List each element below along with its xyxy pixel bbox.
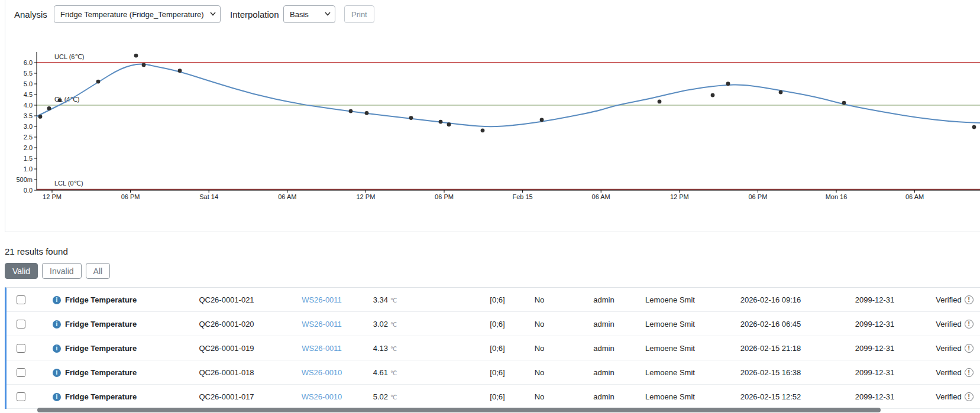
row-checkbox[interactable] [17,344,25,353]
x-tick-label: 06 AM [592,193,610,200]
chart-point [779,90,783,95]
unit-label: ℃ [390,321,397,328]
out-of-range-cell: No [510,360,569,385]
status-cell: Verified! [925,360,980,385]
worksheet-link-cell: WS26-0010 [280,360,363,385]
analysis-name: Fridge Temperature [65,336,137,360]
chart-point [972,125,976,129]
y-tick-label: 500m [16,176,33,183]
worksheet-link[interactable]: WS26-0011 [302,295,342,304]
y-tick-label: 2.5 [24,134,33,141]
control-chart: UCL (6℃)CL (4℃)LCL (0℃)6.05.55.04.54.03.… [0,0,980,213]
x-tick-label: 12 PM [43,193,62,200]
captured-by-cell: admin [574,360,633,385]
analyst-cell: Lemoene Smit [629,312,711,336]
expiry-date-cell: 2099-12-31 [833,288,916,312]
chart-point [726,82,730,86]
row-checkbox[interactable] [17,320,25,329]
verified-user-icon[interactable]: ! [965,368,973,377]
info-icon[interactable]: i [53,296,61,304]
qc-id-cell: QC26-0001-020 [185,312,268,336]
y-tick-label: 1.5 [24,155,33,162]
x-tick-label: 12 PM [670,193,689,200]
info-icon[interactable]: i [53,369,61,377]
chart-point [142,63,146,67]
chart-point [658,99,662,103]
status-label: Verified [936,288,961,312]
captured-by-cell: admin [574,312,633,336]
chart-point [711,93,715,97]
status-cell: Verified! [925,288,980,312]
y-tick-label: 4.5 [24,91,33,98]
result-value: 4.13 [373,344,388,353]
status-label: Verified [936,336,961,360]
filter-invalid-button[interactable]: Invalid [42,263,81,279]
row-checkbox[interactable] [17,392,25,401]
out-of-range-cell: No [510,385,569,409]
info-icon[interactable]: i [53,320,61,329]
chart-point [365,111,369,115]
worksheet-link[interactable]: WS26-0011 [302,344,342,353]
verified-user-icon[interactable]: ! [965,392,973,401]
qc-id-cell: QC26-0001-018 [185,360,268,385]
result-date-cell: 2026-02-15 16:38 [723,360,818,385]
x-tick-label: Feb 15 [512,193,532,200]
qc-results-page: Analysis Fridge Temperature (Fridge_Temp… [0,0,980,413]
y-tick-label: 0.0 [24,187,33,194]
status-cell: Verified! [925,336,980,360]
worksheet-link[interactable]: WS26-0010 [302,392,342,401]
qc-id-cell: QC26-0001-019 [185,336,268,360]
x-tick-label: 06 AM [278,193,296,200]
row-checkbox[interactable] [17,295,25,304]
x-tick-label: 12 PM [357,193,376,200]
filter-valid-button[interactable]: Valid [5,263,38,279]
out-of-range-cell: No [510,288,569,312]
qc-id-cell: QC26-0001-017 [185,385,268,409]
ucl-label: UCL (6℃) [54,53,84,60]
horizontal-scrollbar-thumb[interactable] [37,408,881,412]
analysis-name: Fridge Temperature [65,360,137,385]
analyst-cell: Lemoene Smit [629,288,711,312]
x-tick-label: 06 PM [749,193,768,200]
unit-label: ℃ [390,370,397,376]
y-tick-label: 3.5 [24,112,33,119]
result-date-cell: 2026-02-16 09:16 [723,288,818,312]
result-value-cell: 4.13℃ [352,336,418,360]
table-row: iFridge TemperatureQC26-0001-021WS26-001… [7,288,980,312]
out-of-range-cell: No [510,336,569,360]
y-tick-label: 2.0 [24,144,33,151]
results-count: 21 results found [5,246,68,256]
worksheet-link-cell: WS26-0011 [280,288,363,312]
worksheet-link[interactable]: WS26-0011 [302,320,342,329]
info-icon[interactable]: i [53,393,61,401]
analyst-cell: Lemoene Smit [629,360,711,385]
verified-user-icon[interactable]: ! [965,320,973,329]
analyst-cell: Lemoene Smit [629,385,711,409]
worksheet-link[interactable]: WS26-0010 [302,368,342,377]
analysis-name: Fridge Temperature [65,385,137,409]
table-row: iFridge TemperatureQC26-0001-018WS26-001… [7,360,980,385]
row-checkbox[interactable] [17,368,25,377]
x-tick-label: 06 PM [435,193,454,200]
chart-point [96,80,101,84]
verified-user-icon[interactable]: ! [965,344,973,353]
worksheet-link-cell: WS26-0011 [280,336,363,360]
chart-point [540,118,544,122]
captured-by-cell: admin [574,336,633,360]
filter-all-button[interactable]: All [86,263,111,279]
expiry-date-cell: 2099-12-31 [833,360,916,385]
info-icon[interactable]: i [53,344,61,353]
chart-point [134,54,138,58]
unit-label: ℃ [390,394,397,401]
chart-point [178,69,182,73]
lcl-label: LCL (0℃) [54,180,83,187]
y-tick-label: 3.0 [24,123,33,130]
result-value: 4.61 [373,368,388,377]
result-date-cell: 2026-02-15 12:52 [723,385,818,409]
y-tick-label: 5.5 [24,70,33,77]
result-value-cell: 4.61℃ [352,360,418,385]
captured-by-cell: admin [574,385,633,409]
chart-point [38,115,43,119]
x-tick-label: 06 PM [121,193,140,200]
verified-user-icon[interactable]: ! [965,295,973,304]
